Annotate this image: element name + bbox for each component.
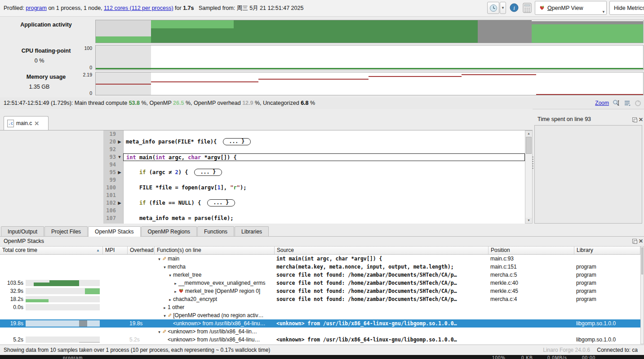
tab-functions[interactable]: Functions xyxy=(197,226,234,236)
info-button[interactable]: i xyxy=(509,3,519,14)
code-scrollbar-thumb[interactable] xyxy=(526,137,532,154)
panel-drag-handle[interactable] xyxy=(532,157,533,169)
time-histogram-bar xyxy=(26,337,100,343)
metric-value-memory: 1.35 GB xyxy=(0,84,79,90)
float-panel-icon[interactable] xyxy=(632,239,637,243)
column-header-library[interactable]: Library xyxy=(574,247,640,254)
table-row[interactable]: 32.9s▸merkel_tree [OpenMP region 0]sourc… xyxy=(0,287,640,295)
cell-source: <unknown> from /usr/lib/x86_64-linux-gnu… xyxy=(275,336,489,344)
expander-closed-icon[interactable]: ▸ xyxy=(173,279,178,287)
table-row[interactable]: 18.2s▸chacha20_encryptsource file not fo… xyxy=(0,295,640,303)
cell-total-core-time: 0.0s xyxy=(0,303,103,311)
column-header-mpi[interactable]: MPI xyxy=(103,247,128,254)
memory-usage-chart[interactable] xyxy=(95,72,644,95)
tab-openmp-stacks[interactable]: OpenMP Stacks xyxy=(88,226,140,237)
reset-zoom-icon[interactable] xyxy=(635,100,641,107)
calculator-button[interactable] xyxy=(523,3,532,14)
table-row[interactable]: ▾merchamercha(meta.key, meta.nonce, inpu… xyxy=(0,263,640,271)
cell-overhead xyxy=(128,303,155,311)
cell-overhead xyxy=(128,295,155,303)
cell-source xyxy=(275,311,489,319)
code-line-95[interactable]: 95▶if (argc ≠ 2) { ... } xyxy=(103,169,525,176)
expander-closed-icon[interactable]: ▸ xyxy=(167,296,173,303)
fold-closed-icon[interactable]: ▶ xyxy=(116,199,123,207)
expander-open-icon[interactable]: ▾ xyxy=(156,328,162,336)
code-line-93[interactable]: 93▼int main(int argc, char *argv[]) { xyxy=(103,153,525,161)
cpu-floating-point-chart[interactable] xyxy=(95,45,644,70)
cell-mpi xyxy=(103,287,128,295)
tab-openmp-regions[interactable]: OpenMP Regions xyxy=(141,226,197,236)
close-tab-icon[interactable]: ✕ xyxy=(34,120,39,127)
code-line-100[interactable]: 100FILE *file = fopen(argv[1], "r"); xyxy=(103,184,525,192)
application-activity-chart[interactable] xyxy=(95,20,644,43)
histogram-segment xyxy=(79,342,100,343)
code-tab-label: main.c xyxy=(16,120,32,126)
close-panel-icon[interactable]: ✕ xyxy=(639,117,643,122)
table-row[interactable]: 5.2s5.2s<unknown> from /usr/lib/x86_64-l… xyxy=(0,336,640,344)
tab-main-c[interactable]: .c main.c ✕ xyxy=(4,116,49,130)
cell-mpi xyxy=(103,279,128,287)
collapsed-code-icon[interactable]: ... } xyxy=(223,138,251,145)
table-row[interactable]: ▾✎[OpenMP overhead (no region activ… xyxy=(0,311,640,319)
code-line-107[interactable]: 107meta_info meta = parse(file); xyxy=(103,215,525,222)
time-range-dropdown[interactable]: ▼ xyxy=(500,2,506,14)
expander-open-icon[interactable]: ▾ xyxy=(167,271,173,279)
program-link[interactable]: program xyxy=(26,5,47,11)
zoom-select-icon[interactable] xyxy=(613,99,620,107)
expander-open-icon[interactable]: ▾ xyxy=(156,255,162,263)
table-row[interactable]: 0.0s▸1 other xyxy=(0,303,640,311)
time-histogram-bar xyxy=(26,320,100,327)
cell-function: <unknown> from /usr/lib/x86_64-linu… xyxy=(155,336,275,344)
metrics-list-icon[interactable] xyxy=(624,100,631,106)
scroll-down-icon[interactable]: ▼ xyxy=(525,218,532,223)
column-header-total-core-time[interactable]: Total core time▲ xyxy=(0,247,103,254)
code-line-102[interactable]: 102▶if (file == NULL) { ... } xyxy=(103,199,525,207)
table-row[interactable]: 103.5s▸__memmove_evex_unaligned_ermssour… xyxy=(0,279,640,287)
scroll-up-icon[interactable]: ▲ xyxy=(525,131,532,136)
close-panel-icon[interactable]: ✕ xyxy=(639,239,643,243)
code-line-92[interactable]: 92 xyxy=(103,146,525,153)
cell-position: merkle.c:40 xyxy=(489,279,574,287)
cores-link[interactable]: 112 cores (112 per process) xyxy=(104,5,173,11)
code-line-101[interactable]: 101 xyxy=(103,192,525,199)
fold-open-icon[interactable]: ▼ xyxy=(116,153,123,161)
expander-closed-icon[interactable]: ▸ xyxy=(173,287,178,295)
cell-position xyxy=(489,336,574,344)
tab-project-files[interactable]: Project Files xyxy=(44,226,88,236)
code-line-20[interactable]: 20▶meta_info parse(FILE* file){ ... } xyxy=(103,138,525,146)
code-line-94[interactable]: 94 xyxy=(103,161,525,169)
sort-asc-icon: ▲ xyxy=(96,247,100,254)
zoom-link[interactable]: Zoom xyxy=(595,97,609,109)
table-row[interactable]: ▾✎<unknown> from /usr/lib/x86_64-lin… xyxy=(0,328,640,336)
column-header-source[interactable]: Source xyxy=(275,247,489,254)
code-scrollbar[interactable]: ▲ ▼ xyxy=(525,130,533,224)
cell-source: source file not found: /home/zambar/Docu… xyxy=(275,279,489,287)
time-range-button[interactable] xyxy=(487,2,499,14)
hide-metrics-button[interactable]: Hide Metrics xyxy=(609,1,644,15)
tab-libraries[interactable]: Libraries xyxy=(235,226,269,236)
fold-closed-icon[interactable]: ▶ xyxy=(116,138,123,146)
column-header-function-s-on-line[interactable]: Function(s) on line xyxy=(155,247,275,254)
column-header-position[interactable]: Position xyxy=(489,247,574,254)
column-header-overhead[interactable]: Overhead xyxy=(128,247,155,254)
table-row[interactable]: ▾✎mainint main(int argc, char *argv[]) {… xyxy=(0,255,640,263)
collapsed-code-icon[interactable]: ... } xyxy=(207,199,235,206)
expander-open-icon[interactable]: ▾ xyxy=(162,312,168,319)
openmp-view-button[interactable]: OpenMP View ▼ xyxy=(535,1,607,15)
table-row[interactable]: ▾merkel_treesource file not found: /home… xyxy=(0,271,640,279)
table-scrollbar-thumb[interactable] xyxy=(641,247,643,274)
code-line-106[interactable]: 106 xyxy=(103,207,525,215)
code-editor[interactable]: 1920▶meta_info parse(FILE* file){ ... }9… xyxy=(103,130,525,224)
cell-position xyxy=(489,328,574,336)
fold-closed-icon[interactable]: ▶ xyxy=(116,169,123,176)
stacks-table-body: ▾✎mainint main(int argc, char *argv[]) {… xyxy=(0,255,640,344)
expander-closed-icon[interactable]: ▸ xyxy=(162,304,168,311)
code-line-19[interactable]: 19 xyxy=(103,130,525,138)
expander-open-icon[interactable]: ▾ xyxy=(162,263,168,271)
collapsed-code-icon[interactable]: ... } xyxy=(194,169,222,176)
tab-input-output[interactable]: Input/Output xyxy=(1,226,44,236)
code-line-99[interactable]: 99 xyxy=(103,176,525,184)
table-scrollbar[interactable] xyxy=(640,246,644,344)
table-row[interactable]: 19.8s19.8s<unknown> from /usr/lib/x86_64… xyxy=(0,319,640,328)
float-panel-icon[interactable] xyxy=(632,117,637,122)
